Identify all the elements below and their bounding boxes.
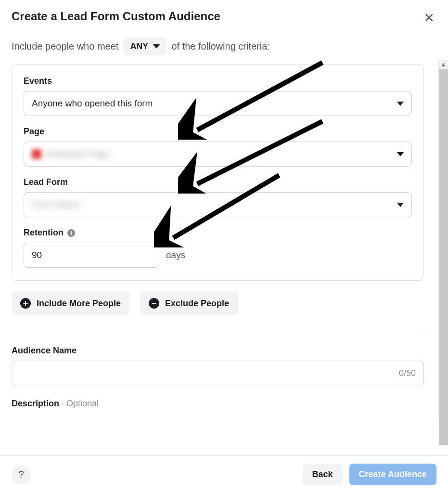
minus-icon: − [149,298,159,309]
retention-label: Retention i [24,228,412,238]
audience-name-label: Audience Name [12,346,424,356]
events-select[interactable]: Anyone who opened this form [24,91,412,116]
description-label: Description · Optional [12,399,424,409]
scrollbar-thumb[interactable] [439,69,448,445]
retention-value: 90 [32,250,42,260]
include-more-label: Include More People [37,298,121,309]
create-audience-button[interactable]: Create Audience [349,464,436,485]
exclude-label: Exclude People [165,298,229,309]
retention-input[interactable]: 90 [24,243,158,268]
audience-name-counter: 0/50 [399,368,416,378]
scrollbar-track[interactable] [439,69,448,407]
page-value: Redacted Page [46,149,109,159]
audience-name-input-wrap[interactable]: 0/50 [12,361,424,386]
page-select[interactable]: Redacted Page [24,142,412,167]
scrollbar[interactable]: ▲ ▼ [438,60,448,417]
help-icon[interactable]: ? [12,465,31,484]
any-dropdown[interactable]: ANY [123,38,166,55]
modal-title: Create a Lead Form Custom Audience [12,10,220,23]
exclude-people-button[interactable]: − Exclude People [140,291,238,315]
include-more-button[interactable]: + Include More People [12,291,129,315]
page-icon [32,149,41,159]
include-suffix: of the following criteria: [171,41,270,52]
criteria-card: Events Anyone who opened this form Page … [12,64,424,281]
any-label: ANY [130,41,148,52]
caret-down-icon [397,203,404,207]
lead-form-value: Form Name [32,199,80,210]
lead-form-label: Lead Form [24,177,412,187]
scroll-up-icon[interactable]: ▲ [441,60,447,69]
description-optional: Optional [66,399,99,408]
events-label: Events [24,76,412,86]
page-label: Page [24,127,412,137]
retention-unit: days [166,250,185,260]
divider [12,333,424,333]
include-prefix: Include people who meet [12,41,118,52]
info-icon[interactable]: i [67,229,75,237]
caret-down-icon [397,152,404,156]
plus-icon: + [20,298,31,309]
events-value: Anyone who opened this form [32,98,153,109]
caret-down-icon [153,44,160,49]
lead-form-select[interactable]: Form Name [24,192,412,217]
close-icon[interactable]: ✕ [422,10,436,26]
audience-name-input[interactable] [20,368,399,379]
caret-down-icon [397,102,404,106]
back-button[interactable]: Back [303,464,343,485]
include-criteria-sentence: Include people who meet ANY of the follo… [12,38,424,55]
